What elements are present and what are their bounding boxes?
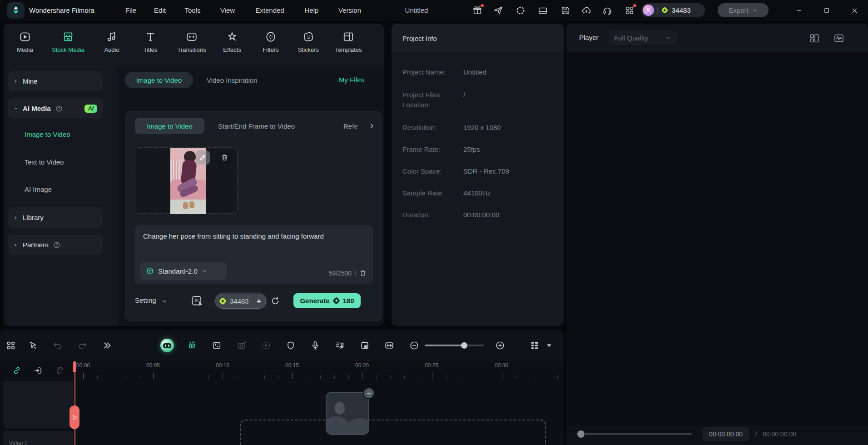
waveform-icon[interactable]: [833, 33, 844, 44]
tab-effects[interactable]: Effects: [213, 29, 251, 64]
select-cursor-icon[interactable]: [25, 338, 41, 353]
row-value: 00:00:00:00: [463, 210, 499, 220]
support-headset-icon[interactable]: [602, 5, 612, 15]
minimize-button[interactable]: [794, 5, 804, 15]
row-value: 1920 x 1080: [463, 123, 501, 133]
layout-grid-icon[interactable]: [809, 33, 820, 44]
quality-selector[interactable]: Full Quality: [609, 30, 677, 45]
export-button[interactable]: Export: [718, 3, 769, 17]
menu-extended[interactable]: Extended: [255, 0, 284, 21]
generate-button[interactable]: Generate 180: [293, 293, 361, 308]
add-credits-plus[interactable]: +: [257, 297, 261, 306]
playhead-line[interactable]: [74, 361, 75, 445]
clear-prompt-trash-icon[interactable]: [359, 270, 367, 277]
playhead-scissors-handle[interactable]: [69, 405, 79, 429]
tab-stock-media[interactable]: Stock Media: [49, 29, 87, 64]
tab-video-inspiration[interactable]: Video Inspiration: [207, 76, 257, 84]
my-files-link[interactable]: My Files: [339, 76, 364, 84]
menu-file[interactable]: File: [125, 0, 136, 21]
tab-transitions[interactable]: Transitions: [173, 29, 211, 64]
sidebar-item-text-to-video[interactable]: Text to Video: [25, 158, 64, 166]
tab-audio[interactable]: Audio: [93, 29, 131, 64]
gift-icon[interactable]: [472, 5, 482, 15]
chevron-right-icon[interactable]: [368, 122, 375, 130]
audio-icon: [106, 31, 118, 43]
sidebar-group-ai-media[interactable]: AI Media AI: [8, 98, 103, 119]
sidebar-group-library[interactable]: Library: [8, 207, 103, 228]
tab-filters[interactable]: Filters: [252, 29, 290, 64]
seek-track[interactable]: [584, 433, 692, 435]
tab-templates[interactable]: Templates: [329, 29, 367, 64]
prompt-text[interactable]: Change her pose from sitting to standing…: [143, 231, 334, 241]
card-tab-image-to-video[interactable]: Image to Video: [135, 118, 204, 134]
model-selector[interactable]: Standard-2.0: [140, 262, 227, 280]
sidebar-group-partners[interactable]: Partners: [8, 235, 103, 255]
timeline-drop-zone[interactable]: [240, 420, 546, 445]
edit-image-button[interactable]: [196, 150, 210, 165]
undo-icon[interactable]: [50, 338, 65, 353]
fit-timeline-icon[interactable]: [382, 338, 397, 353]
apps-grid-icon[interactable]: [625, 5, 635, 15]
track-manager-caret-icon[interactable]: [545, 338, 554, 353]
export-label: Export: [729, 6, 748, 14]
tab-stickers[interactable]: Stickers: [289, 29, 327, 64]
zoom-out-icon[interactable]: [407, 338, 422, 353]
sidebar-item-image-to-video[interactable]: Image to Video: [25, 130, 70, 138]
text-to-video-icon[interactable]: [209, 338, 224, 353]
menu-view[interactable]: View: [220, 0, 235, 21]
credit-diamond-icon: [661, 6, 669, 14]
delete-image-button[interactable]: [218, 150, 232, 165]
ruler-label: 00:20: [355, 362, 369, 369]
account-credits-pill[interactable]: 34483: [641, 3, 705, 17]
menu-version[interactable]: Version: [338, 0, 361, 21]
ruler-ticks[interactable]: [0, 372, 564, 380]
tab-media[interactable]: Media: [6, 29, 44, 64]
sidebar-group-mine[interactable]: Mine: [8, 71, 103, 91]
menu-tools[interactable]: Tools: [184, 0, 200, 21]
card-tab-start-end-frame[interactable]: Start/End Frame to Video: [218, 122, 295, 130]
tab-titles[interactable]: Titles: [131, 29, 169, 64]
cloud-sync-icon[interactable]: [581, 5, 591, 15]
ai-write-icon[interactable]: AI: [190, 294, 204, 308]
timeline-zoom-slider[interactable]: [425, 345, 484, 346]
chevron-down-icon[interactable]: [161, 298, 168, 305]
app-title: Wondershare Filmora: [29, 0, 94, 21]
audio-music-list-icon[interactable]: [332, 338, 347, 353]
question-icon[interactable]: [53, 241, 60, 249]
grid-menu-icon[interactable]: [3, 338, 19, 353]
menu-help[interactable]: Help: [305, 0, 319, 21]
prompt-input[interactable]: Change her pose from sitting to standing…: [135, 225, 373, 284]
upload-image-dropzone[interactable]: [135, 147, 238, 214]
question-icon[interactable]: [55, 105, 63, 112]
snapshot-icon[interactable]: [234, 338, 249, 353]
smart-cut-icon[interactable]: [184, 338, 200, 353]
setting-dropdown-label[interactable]: Setting: [135, 296, 156, 304]
add-media-plus-icon[interactable]: [363, 387, 375, 399]
track-header[interactable]: [4, 381, 73, 428]
avatar[interactable]: [643, 5, 654, 16]
media-icon: [19, 31, 31, 43]
tab-image-to-video[interactable]: Image to Video: [125, 72, 193, 88]
redo-icon[interactable]: [75, 338, 90, 353]
add-media-placeholder[interactable]: [326, 392, 369, 435]
track-manager-icon[interactable]: [527, 338, 542, 353]
send-icon[interactable]: [493, 5, 503, 15]
menu-edit[interactable]: Edit: [154, 0, 166, 21]
save-icon[interactable]: [560, 5, 570, 15]
ai-assistant-icon[interactable]: [160, 339, 174, 352]
maximize-button[interactable]: [822, 5, 832, 15]
panels-icon[interactable]: [538, 5, 548, 15]
zoom-slider-handle[interactable]: [461, 342, 467, 349]
marker-shield-icon[interactable]: [283, 338, 298, 353]
sidebar-item-ai-image[interactable]: AI Image: [25, 185, 52, 193]
close-button[interactable]: [849, 5, 859, 15]
voiceover-mic-icon[interactable]: [308, 338, 323, 353]
refresh-icon[interactable]: [270, 296, 280, 306]
credits-cost-pill[interactable]: 34483 +: [215, 294, 266, 309]
more-tools-chevrons-icon[interactable]: [99, 338, 115, 353]
screen-record-icon[interactable]: [357, 338, 372, 353]
zoom-in-icon[interactable]: [492, 338, 508, 353]
preview-play-icon[interactable]: [258, 338, 274, 353]
row-label: Frame Rate:: [402, 145, 463, 155]
placeholder-hill: [344, 418, 369, 435]
